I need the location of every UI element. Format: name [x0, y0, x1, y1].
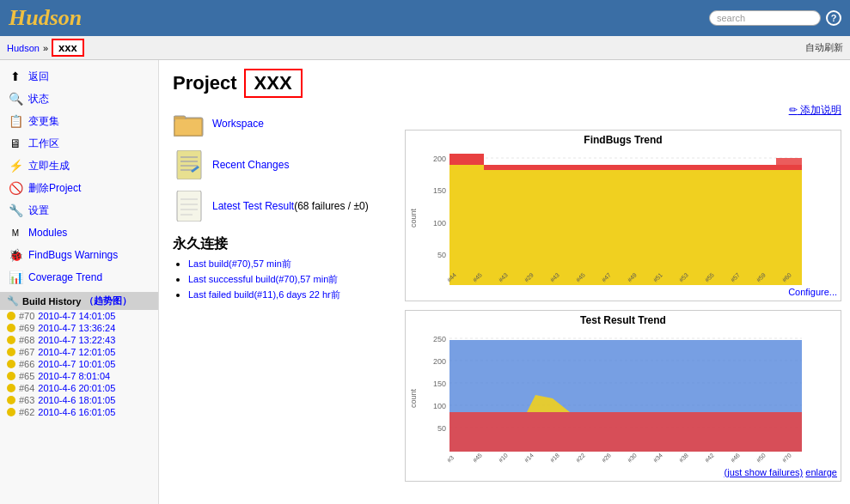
sidebar-coverage-link[interactable]: Coverage Trend — [28, 271, 102, 283]
build-num: #69 — [19, 323, 34, 333]
build-status-dot — [7, 408, 15, 416]
findbugs-y-label: count — [409, 209, 418, 228]
sidebar-item-modules[interactable]: M Modules — [0, 222, 158, 244]
workspace-link[interactable]: Workspace — [212, 118, 264, 130]
search-input[interactable]: search — [709, 10, 821, 26]
svg-text:100: 100 — [433, 402, 446, 410]
just-show-failures-link[interactable]: (just show failures) — [725, 467, 804, 477]
build-num: #67 — [19, 347, 34, 357]
build-time-link[interactable]: 2010-4-7 13:22:43 — [38, 335, 115, 345]
breadcrumb-hudson-link[interactable]: Hudson — [7, 43, 40, 53]
build-status-dot — [7, 324, 15, 332]
project-name: XXX — [244, 69, 303, 98]
configure-anchor[interactable]: Configure... — [788, 287, 837, 297]
build-row: #70 2010-4-7 14:01:05 — [0, 310, 158, 322]
test-result-text: Latest Test Result(68 failures / ±0) — [212, 200, 369, 212]
build-time-link[interactable]: 2010-4-7 14:01:05 — [38, 311, 115, 321]
svg-text:#3: #3 — [446, 454, 456, 464]
recent-changes-link[interactable]: Recent Changes — [212, 159, 289, 171]
build-num: #68 — [19, 335, 34, 345]
add-description-label: 添加说明 — [800, 104, 841, 116]
modules-icon: M — [7, 224, 24, 241]
build-time-link[interactable]: 2010-4-6 16:01:05 — [38, 407, 115, 417]
sidebar-item-changeset[interactable]: 📋 变更集 — [0, 110, 158, 132]
build-time-link[interactable]: 2010-4-6 20:01:05 — [38, 383, 115, 393]
sidebar-workspace-link[interactable]: 工作区 — [28, 137, 59, 151]
svg-text:150: 150 — [433, 380, 446, 388]
build-history-label: Build History — [22, 296, 81, 307]
build-now-icon: ⚡ — [7, 157, 24, 174]
build-num: #65 — [19, 371, 34, 381]
build-time-link[interactable]: 2010-4-7 10:01:05 — [38, 359, 115, 369]
svg-text:#45: #45 — [472, 452, 483, 463]
test-result-link[interactable]: Latest Test Result — [212, 200, 294, 212]
svg-rect-2 — [175, 119, 201, 135]
build-row: #62 2010-4-6 16:01:05 — [0, 406, 158, 418]
sidebar-findbugs-link[interactable]: FindBugs Warnings — [28, 249, 118, 261]
build-row: #67 2010-4-7 12:01:05 — [0, 346, 158, 358]
sidebar-status-link[interactable]: 状态 — [28, 92, 49, 106]
svg-text:150: 150 — [433, 186, 446, 195]
sidebar-build-now-link[interactable]: 立即生成 — [28, 159, 70, 173]
perm-links-list: Last build(#70),57 min前 Last successful … — [173, 258, 396, 301]
sidebar-item-back[interactable]: ⬆ 返回 — [0, 65, 158, 88]
project-title-label: Project — [173, 72, 237, 94]
perm-link-0[interactable]: Last build(#70),57 min前 — [188, 258, 291, 269]
svg-text:#38: #38 — [678, 452, 689, 463]
content: Project XXX Workspace — [159, 60, 850, 504]
header-right: search ? — [709, 10, 841, 26]
sidebar-item-build-now[interactable]: ⚡ 立即生成 — [0, 155, 158, 177]
sidebar-settings-link[interactable]: 设置 — [28, 203, 49, 218]
build-time-link[interactable]: 2010-4-7 13:36:24 — [38, 323, 115, 333]
test-result-detail: (68 failures / ±0) — [294, 200, 369, 212]
svg-text:#42: #42 — [704, 452, 715, 463]
sidebar-item-coverage[interactable]: 📊 Coverage Trend — [0, 266, 158, 288]
changeset-icon: 📋 — [7, 112, 24, 130]
build-num: #66 — [19, 359, 34, 369]
add-description-link[interactable]: ✏ 添加说明 — [789, 104, 841, 116]
sidebar-item-delete[interactable]: 🚫 删除Project — [0, 177, 158, 199]
sidebar-delete-link[interactable]: 删除Project — [28, 181, 81, 196]
sidebar-item-findbugs[interactable]: 🐞 FindBugs Warnings — [0, 244, 158, 266]
svg-rect-25 — [484, 165, 802, 170]
test-result-chart-container: Test Result Trend count 250 200 — [405, 310, 841, 482]
svg-text:200: 200 — [433, 155, 446, 163]
svg-rect-8 — [177, 191, 201, 222]
perm-link-item-1: Last successful build(#70),57 min前 — [188, 273, 396, 286]
svg-text:#46: #46 — [730, 452, 741, 463]
svg-text:#14: #14 — [523, 452, 535, 463]
help-icon[interactable]: ? — [826, 10, 841, 26]
enlarge-link[interactable]: enlarge — [805, 467, 837, 477]
svg-text:#18: #18 — [549, 452, 560, 463]
svg-text:#34: #34 — [652, 452, 663, 463]
build-time-link[interactable]: 2010-4-7 12:01:05 — [38, 347, 115, 357]
sidebar-modules-link[interactable]: Modules — [28, 227, 67, 239]
sidebar-item-workspace[interactable]: 🖥 工作区 — [0, 132, 158, 155]
perm-link-1[interactable]: Last successful build(#70),57 min前 — [188, 274, 338, 284]
svg-text:50: 50 — [437, 424, 446, 433]
build-time-link[interactable]: 2010-4-7 8:01:04 — [38, 371, 110, 381]
build-history-trend-link[interactable]: （趋势图） — [84, 295, 131, 307]
sidebar-item-status[interactable]: 🔍 状态 — [0, 88, 158, 110]
back-icon: ⬆ — [7, 68, 24, 85]
logo: Hudson — [9, 5, 82, 31]
build-num: #64 — [19, 383, 34, 393]
build-status-dot — [7, 336, 15, 344]
coverage-icon: 📊 — [7, 269, 24, 286]
build-num: #62 — [19, 407, 34, 417]
svg-text:100: 100 — [433, 219, 446, 228]
build-row: #68 2010-4-7 13:22:43 — [0, 334, 158, 346]
svg-text:#10: #10 — [498, 452, 509, 463]
sidebar-back-link[interactable]: 返回 — [28, 70, 49, 84]
build-row: #66 2010-4-7 10:01:05 — [0, 358, 158, 370]
sidebar-item-settings[interactable]: 🔧 设置 — [0, 199, 158, 222]
build-list: #70 2010-4-7 14:01:05 #69 2010-4-7 13:36… — [0, 310, 158, 418]
build-status-dot — [7, 312, 15, 320]
sidebar-changeset-link[interactable]: 变更集 — [28, 114, 59, 129]
build-time-link[interactable]: 2010-4-6 18:01:05 — [38, 395, 115, 405]
svg-rect-24 — [449, 165, 802, 285]
svg-text:250: 250 — [433, 335, 446, 343]
breadcrumb-sep: » — [43, 43, 48, 53]
breadcrumb: Hudson » xxx 自动刷新 — [0, 36, 850, 60]
perm-link-2[interactable]: Last failed build(#11),6 days 22 hr前 — [188, 289, 340, 300]
